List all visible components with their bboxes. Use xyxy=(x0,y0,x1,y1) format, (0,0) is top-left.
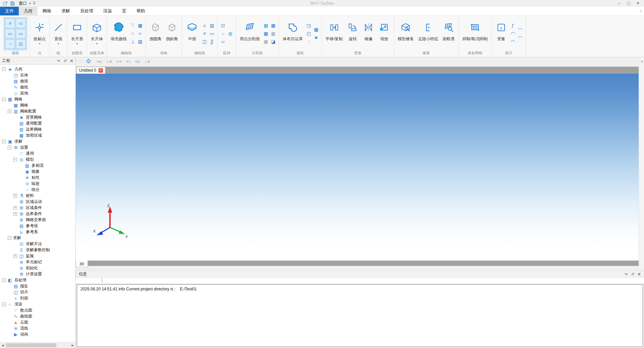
bool-union-icon[interactable]: ◳ xyxy=(306,23,312,28)
bevel-button[interactable]: 倒斜角 xyxy=(165,19,179,48)
split-iso-icon[interactable]: ▦ xyxy=(263,23,269,28)
anchor-point-icon[interactable]: ⊥ xyxy=(130,39,136,44)
tree-item-mesh[interactable]: ▦网格 xyxy=(0,102,75,108)
split-plane-icon[interactable]: ▦ xyxy=(263,39,269,44)
snap-grid-icon[interactable]: # xyxy=(5,18,15,28)
tree-item-viscosity[interactable]: ※粘性 xyxy=(0,175,75,181)
expand-box-icon[interactable]: + xyxy=(13,254,17,258)
menu-tab-macro[interactable]: 宏 xyxy=(117,7,131,15)
menu-tab-post-process[interactable]: 后处理 xyxy=(75,7,98,15)
measure-angle-icon[interactable]: ◠ xyxy=(510,31,516,36)
bool-subtract-icon[interactable]: ◰ xyxy=(306,31,312,36)
tree-item-material[interactable]: +⚗材料 xyxy=(0,193,75,199)
expression-icon[interactable]: ƒ xyxy=(510,23,516,28)
collapse-box-icon[interactable]: − xyxy=(13,158,17,161)
solid-fill-icon[interactable]: ■ xyxy=(313,35,319,40)
split-curve-icon[interactable]: ▦ xyxy=(263,31,269,36)
view-plus-x-button[interactable]: +X↑ xyxy=(95,59,104,65)
tree-item-solve-root[interactable]: −▣求解 xyxy=(0,138,75,144)
split-project-icon[interactable]: ▦ xyxy=(270,23,276,28)
panel-menu-chevron-icon[interactable] xyxy=(57,59,61,63)
tree-item-cell-mark[interactable]: ⊛单元标记 xyxy=(0,259,75,265)
menu-tab-file[interactable]: 文件 xyxy=(0,7,19,15)
tree-item-initialization[interactable]: ⊜初始化 xyxy=(0,265,75,271)
snap-plane-icon[interactable]: ▭ xyxy=(16,18,26,28)
extend-sheet-icon[interactable]: ▱ xyxy=(220,39,226,44)
collapse-box-icon[interactable]: − xyxy=(8,236,11,240)
tree-item-reference-frame[interactable]: ⊾参考系 xyxy=(0,229,75,235)
fit-grid-icon[interactable]: ▦ xyxy=(137,23,143,28)
collapse-box-icon[interactable]: − xyxy=(2,97,6,101)
sew-faces-icon[interactable]: ∬ xyxy=(209,39,215,44)
home-icon[interactable]: ⌂ xyxy=(640,8,642,13)
project-point-icon[interactable]: ⊤ xyxy=(130,23,136,28)
menu-tab-help[interactable]: 帮助 xyxy=(131,7,150,15)
snap-face-icon[interactable]: ▭ xyxy=(5,29,15,39)
tree-item-zone-conditions[interactable]: +⊞区域条件 xyxy=(0,205,75,211)
view-plus-y-button[interactable]: ↑+Y xyxy=(114,59,123,65)
tree-item-zone-motion[interactable]: ⊞区域运动 xyxy=(0,199,75,205)
smooth-curve-icon[interactable]: ≈ xyxy=(137,31,143,36)
window-menu-caret-icon[interactable]: ▼ xyxy=(28,2,31,5)
tree-item-section[interactable]: ◖剖面 xyxy=(0,295,75,301)
tree-item-mesh-root[interactable]: −▦网格 xyxy=(0,96,75,102)
info-pin-icon[interactable] xyxy=(631,272,635,276)
tree-horizontal-scrollbar[interactable]: ◀ ▶ xyxy=(0,342,75,348)
tree-item-post-process[interactable]: −◧后处理 xyxy=(0,277,75,283)
translate-copy-button[interactable]: 平移/复制 xyxy=(324,19,344,48)
suppress-unsuppress-button[interactable]: 抑制/取消抑制 xyxy=(461,19,489,48)
info-close-icon[interactable] xyxy=(637,272,641,276)
model-repair-button[interactable]: 模型修复 xyxy=(396,19,415,48)
tree-item-mesh-config[interactable]: −▥网格配置 xyxy=(0,108,75,114)
maximize-button[interactable]: ▢ xyxy=(624,0,633,6)
split-merge-icon[interactable]: ◪ xyxy=(270,39,276,44)
dashed-face-icon[interactable]: ▭ xyxy=(209,31,215,36)
boolean-operation-button[interactable]: 体布尔运算 xyxy=(281,19,304,48)
scale-button[interactable]: 缩放 xyxy=(377,19,391,48)
rectangle-button[interactable]: 长方形▼ xyxy=(70,19,84,48)
tree-item-streamline[interactable]: ≋流线 xyxy=(0,325,75,331)
tree-item-solver-params[interactable]: Σ求解参数控制 xyxy=(0,247,75,253)
collapse-box-icon[interactable]: − xyxy=(8,146,11,149)
viewport-3d[interactable]: Z X Y xyxy=(76,74,639,261)
view-plus-z-button[interactable]: +Z↑ xyxy=(133,59,142,65)
tree-item-curve-plot[interactable]: ∿曲线图 xyxy=(0,313,75,319)
save-icon[interactable] xyxy=(10,1,15,6)
extend-face-icon[interactable]: ⊡ xyxy=(220,23,226,28)
extend-curved-icon[interactable]: ⌣ xyxy=(220,31,226,36)
tree-item-slice[interactable]: ◫切片 xyxy=(0,289,75,295)
straight-line-button[interactable]: 直线▼ xyxy=(52,19,65,48)
coordinate-point-dropdown-icon[interactable]: ▼ xyxy=(39,43,41,45)
tree-item-other[interactable]: ◇其他 xyxy=(0,90,75,96)
tree-item-solve[interactable]: −求解 xyxy=(0,235,75,241)
measure-dome-icon[interactable]: ◠ xyxy=(510,39,516,44)
minimize-button[interactable]: – xyxy=(614,0,624,6)
restore-layout-icon[interactable] xyxy=(2,1,8,6)
tree-item-general[interactable]: ∷通用 xyxy=(0,150,75,156)
tree-item-reference-value[interactable]: ▤参考值 xyxy=(0,223,75,229)
extend-cylinder-icon[interactable]: ◍ xyxy=(227,31,233,36)
rectangle-dropdown-icon[interactable]: ▼ xyxy=(76,43,78,45)
right-collapsed-panel-strip[interactable]: ◀ xyxy=(639,57,644,268)
collapse-box-icon[interactable]: − xyxy=(2,140,6,143)
panel-close-icon[interactable] xyxy=(69,59,73,63)
menu-tab-mesh[interactable]: 网格 xyxy=(38,7,56,15)
tree-item-scatter-plot[interactable]: ∵散点图 xyxy=(0,307,75,313)
tree-item-settings[interactable]: −⚙设置 xyxy=(0,144,75,150)
info-filter-row[interactable] xyxy=(76,278,644,284)
variable-button[interactable]: x变量 xyxy=(494,19,508,48)
pair-faces-icon[interactable]: ◫ xyxy=(201,39,208,44)
tree-item-render[interactable]: −○渲染 xyxy=(0,301,75,307)
menu-tab-geometry[interactable]: 几何 xyxy=(19,7,38,15)
mirror-button[interactable]: 镜像 xyxy=(361,19,375,48)
fill-curve-button[interactable]: 填充曲线 xyxy=(109,19,128,48)
collapse-box-icon[interactable]: − xyxy=(2,302,6,306)
collapse-box-icon[interactable]: − xyxy=(2,67,6,71)
snap-arc-icon[interactable]: ◔ xyxy=(5,39,15,49)
info-menu-chevron-icon[interactable] xyxy=(624,272,628,276)
measure-point-icon[interactable]: ◠ xyxy=(517,27,523,32)
split-pair-icon[interactable]: ▥ xyxy=(209,23,215,28)
snap-vertex-icon[interactable]: ▭ xyxy=(16,29,26,39)
coordinate-point-button[interactable]: 坐标点▼ xyxy=(32,19,47,48)
stack-faces-icon[interactable]: ≡ xyxy=(201,31,208,36)
